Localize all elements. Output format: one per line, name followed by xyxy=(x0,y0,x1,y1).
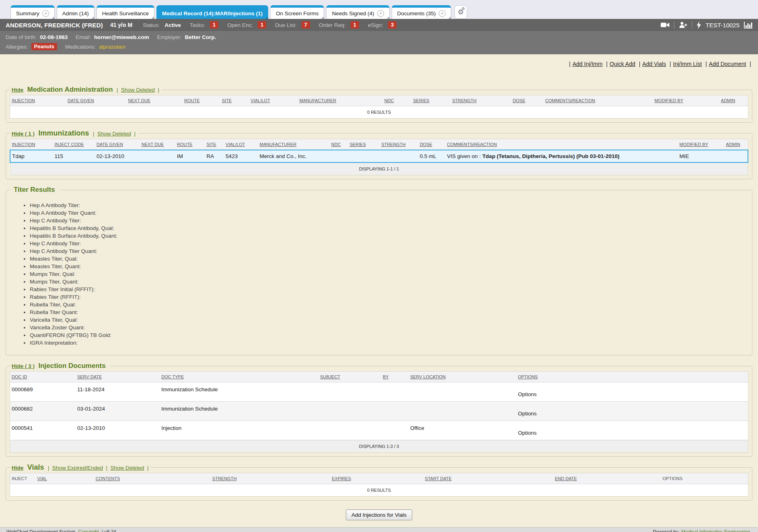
column-header[interactable]: NEXT DUE xyxy=(140,139,175,150)
column-header[interactable]: DATE GIVEN xyxy=(66,95,127,106)
column-header[interactable]: SUBJECT xyxy=(318,372,381,382)
titer-results-title: Titer Results xyxy=(12,186,57,193)
bar-chart-icon[interactable] xyxy=(744,21,752,29)
open-enc-count-badge[interactable]: 1 xyxy=(258,21,266,29)
due-list-count-badge[interactable]: 7 xyxy=(302,21,310,29)
settings-gears-button[interactable]: ⚙ ⚙ xyxy=(454,5,467,19)
popup-arrow-icon[interactable]: ↗ xyxy=(377,10,384,17)
titer-item: Rabies Titer (RFFIT): xyxy=(30,293,748,301)
options-cell[interactable]: Options xyxy=(516,382,748,402)
esign-count-badge[interactable]: 3 xyxy=(388,21,396,29)
titer-item: Hep C Antibody Titer: xyxy=(30,217,748,224)
column-header[interactable]: MODIFIED BY xyxy=(678,139,725,150)
column-header[interactable]: MANUFACTURER xyxy=(258,139,330,150)
column-header[interactable]: DOC ID xyxy=(10,372,76,382)
add-vials-link[interactable]: Add Vials xyxy=(642,61,666,67)
column-header[interactable]: STRENGTH xyxy=(451,95,511,106)
column-header[interactable]: STRENGTH xyxy=(211,473,330,484)
add-injections-for-vials-button[interactable]: Add Injections for Vials xyxy=(346,509,412,520)
column-header[interactable]: CONTENTS xyxy=(94,473,211,484)
titer-item: QuantiFERON (QFTBG) TB Gold: xyxy=(30,331,748,339)
tab-medical-record-active[interactable]: Medical Record (14):MAR/Injections (1) xyxy=(156,5,268,19)
injection-documents-title: Injection Documents xyxy=(36,362,107,370)
add-user-icon[interactable] xyxy=(679,21,687,29)
show-deleted-immunizations-link[interactable]: Show Deleted xyxy=(97,131,131,137)
popup-arrow-icon[interactable]: ↗ xyxy=(42,10,49,17)
column-header[interactable]: COMMENTS/REACTION xyxy=(544,95,653,106)
tab-health-surveillance[interactable]: Health Surveillance xyxy=(97,5,154,19)
column-header[interactable]: INJECTION xyxy=(10,139,53,150)
document-row[interactable]: 0000541 02-13-2010 Injection Office Opti… xyxy=(10,421,748,440)
doc-type-cell: Immunization Schedule xyxy=(160,402,318,421)
tab-on-screen-forms[interactable]: On Screen Forms xyxy=(270,5,325,19)
document-row[interactable]: 0000689 11-18-2024 Immunization Schedule… xyxy=(10,382,748,402)
order-req-label: Order Req: xyxy=(319,22,346,28)
column-header[interactable]: DOSE xyxy=(418,139,446,150)
medication-value[interactable]: alprazolam xyxy=(99,44,125,50)
options-cell[interactable]: Options xyxy=(516,421,748,440)
column-header[interactable]: SITE xyxy=(205,139,224,150)
lightning-bolt-icon[interactable] xyxy=(696,21,701,29)
column-header[interactable]: ADMIN xyxy=(719,95,748,106)
video-camera-icon[interactable] xyxy=(661,22,670,28)
order-req-count-badge[interactable]: 1 xyxy=(351,21,359,29)
titer-item: Hep C Antibody Titer: xyxy=(30,240,748,247)
tab-summary[interactable]: Summary ↗ xyxy=(10,5,55,19)
column-header[interactable]: DATE GIVEN xyxy=(95,139,140,150)
column-header[interactable]: ROUTE xyxy=(175,139,205,150)
column-header[interactable]: SITE xyxy=(220,95,249,106)
tab-documents[interactable]: Documents (35) ↗ xyxy=(392,5,451,19)
quick-add-link[interactable]: Quick Add xyxy=(610,61,635,67)
column-header[interactable]: SERV DATE xyxy=(76,372,160,382)
column-header[interactable]: NDC xyxy=(330,139,348,150)
column-header[interactable]: VIAL/LOT xyxy=(249,95,298,106)
column-header[interactable]: INJECT CODE xyxy=(53,139,95,150)
immunization-row-tdap[interactable]: Tdap 115 02-13-2010 IM RA 5423 Merck and… xyxy=(10,150,748,162)
column-header[interactable]: END DATE xyxy=(553,473,661,484)
column-header[interactable]: INJECTION xyxy=(10,95,66,106)
tab-admin[interactable]: Admin (14) xyxy=(57,5,94,19)
column-header[interactable]: STRENGTH xyxy=(380,139,418,150)
hide-injection-documents-link[interactable]: Hide ( 3 ) xyxy=(12,363,35,369)
footer-copyright-link[interactable]: Copyright xyxy=(78,529,99,532)
column-header[interactable]: MODIFIED BY xyxy=(653,95,719,106)
employer-value: Better Corp. xyxy=(185,34,216,40)
column-header[interactable]: VIAL xyxy=(36,473,94,484)
add-inj-imm-link[interactable]: Add Inj/Imm xyxy=(573,61,603,67)
med-admin-table: INJECTION DATE GIVEN NEXT DUE ROUTE SITE… xyxy=(10,95,748,119)
column-header[interactable]: START DATE xyxy=(423,473,553,484)
column-header[interactable]: DOC TYPE xyxy=(160,372,318,382)
column-header[interactable]: EXPIRES xyxy=(330,473,423,484)
column-header[interactable]: BY xyxy=(381,372,409,382)
hide-vials-link[interactable]: Hide xyxy=(12,465,23,471)
hide-immunizations-link[interactable]: Hide ( 1 ) xyxy=(12,131,35,137)
button-row: Add Injections for Vials xyxy=(0,509,758,520)
separator: | xyxy=(569,61,571,67)
column-header[interactable]: DOSE xyxy=(511,95,544,106)
inj-imm-list-link[interactable]: Inj/Imm List xyxy=(673,61,702,67)
column-header[interactable]: OPTIONS xyxy=(516,372,748,382)
column-header[interactable]: SERIES xyxy=(348,139,380,150)
popup-arrow-icon[interactable]: ↗ xyxy=(439,10,446,17)
column-header[interactable]: ADMIN xyxy=(724,139,748,150)
options-cell[interactable]: Options xyxy=(516,402,748,421)
column-header[interactable]: ROUTE xyxy=(183,95,220,106)
tab-needs-signed[interactable]: Needs Signed (4) ↗ xyxy=(326,5,389,19)
column-header[interactable]: MANUFACTURER xyxy=(298,95,383,106)
column-header[interactable]: SERV LOCATION xyxy=(409,372,516,382)
tasks-count-badge[interactable]: 1 xyxy=(210,21,218,29)
column-header[interactable]: NDC xyxy=(383,95,412,106)
document-row[interactable]: 0000682 03-01-2024 Immunization Schedule… xyxy=(10,402,748,421)
column-header[interactable]: NEXT DUE xyxy=(127,95,183,106)
by-cell xyxy=(381,402,409,421)
show-deleted-vials-link[interactable]: Show Deleted xyxy=(110,465,144,471)
column-header[interactable]: VIAL/LOT xyxy=(224,139,258,150)
add-document-link[interactable]: Add Document xyxy=(709,61,746,67)
show-expired-ended-link[interactable]: Show Expired/Ended xyxy=(52,465,103,471)
column-header[interactable]: COMMENTS/REACTION xyxy=(446,139,678,150)
column-header[interactable]: SERIES xyxy=(411,95,450,106)
hide-med-admin-link[interactable]: Hide xyxy=(12,87,23,93)
show-deleted-med-admin-link[interactable]: Show Deleted xyxy=(121,87,155,93)
footer-mie-link[interactable]: Medical Informatics Engineering xyxy=(681,529,750,532)
allergy-badge[interactable]: Peanuts xyxy=(31,43,58,50)
